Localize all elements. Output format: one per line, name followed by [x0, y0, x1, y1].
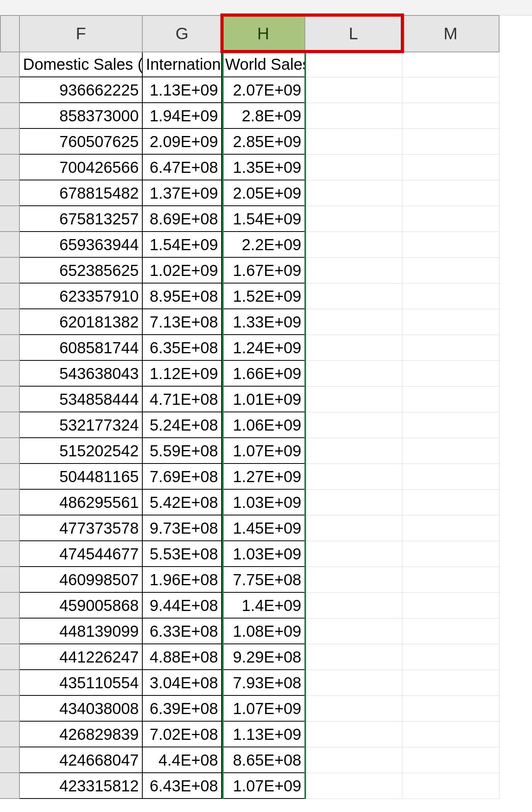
- cell-F[interactable]: 534858444: [20, 387, 143, 412]
- cell-G[interactable]: 9.73E+08: [143, 515, 222, 541]
- row-header[interactable]: [0, 258, 20, 283]
- cell-F[interactable]: 543638043: [20, 361, 143, 387]
- spreadsheet-viewport[interactable]: FGHLM Domestic Sales (in $)International…: [0, 0, 532, 812]
- cell-M[interactable]: [402, 670, 499, 696]
- cell-G[interactable]: 8.69E+08: [143, 206, 222, 232]
- cell-F[interactable]: 459005868: [20, 593, 143, 619]
- cell-L[interactable]: [305, 593, 402, 619]
- cell-L[interactable]: [305, 541, 402, 567]
- cell-M[interactable]: [402, 206, 499, 232]
- cell-F[interactable]: 936662225: [20, 77, 143, 103]
- row-header[interactable]: [0, 541, 20, 567]
- cell-H[interactable]: 7.93E+08: [222, 670, 305, 696]
- cell-M[interactable]: [402, 77, 499, 103]
- cell-F[interactable]: 675813257: [20, 206, 143, 232]
- cell-F[interactable]: 678815482: [20, 180, 143, 206]
- row-header[interactable]: [0, 387, 20, 412]
- cell-L[interactable]: [305, 490, 402, 515]
- row-header[interactable]: [0, 747, 20, 773]
- cell-H[interactable]: 1.07E+09: [222, 773, 305, 799]
- cell-H[interactable]: 1.03E+09: [222, 541, 305, 567]
- row-header[interactable]: [0, 309, 20, 335]
- cell-G[interactable]: 1.54E+09: [143, 232, 222, 258]
- cell-F[interactable]: Domestic Sales (in $): [20, 52, 143, 77]
- row-header[interactable]: [0, 412, 20, 438]
- row-header[interactable]: [0, 773, 20, 799]
- cell-F[interactable]: 441226247: [20, 644, 143, 670]
- cell-M[interactable]: [402, 773, 499, 799]
- cell-L[interactable]: [305, 206, 402, 232]
- cell-H[interactable]: 1.54E+09: [222, 206, 305, 232]
- cell-M[interactable]: [402, 464, 499, 490]
- row-header[interactable]: [0, 206, 20, 232]
- cell-F[interactable]: 620181382: [20, 309, 143, 335]
- cell-L[interactable]: [305, 52, 402, 77]
- cell-M[interactable]: [402, 593, 499, 619]
- cell-M[interactable]: [402, 722, 499, 747]
- cell-L[interactable]: [305, 180, 402, 206]
- cell-L[interactable]: [305, 103, 402, 129]
- select-all-corner[interactable]: [0, 16, 20, 52]
- cell-F[interactable]: 760507625: [20, 129, 143, 155]
- cell-M[interactable]: [402, 644, 499, 670]
- cell-F[interactable]: 659363944: [20, 232, 143, 258]
- cell-G[interactable]: 8.95E+08: [143, 283, 222, 309]
- cell-H[interactable]: 1.52E+09: [222, 283, 305, 309]
- cell-L[interactable]: [305, 567, 402, 593]
- cell-M[interactable]: [402, 361, 499, 387]
- cell-G[interactable]: 5.53E+08: [143, 541, 222, 567]
- row-header[interactable]: [0, 180, 20, 206]
- cell-G[interactable]: 4.71E+08: [143, 387, 222, 412]
- cell-L[interactable]: [305, 309, 402, 335]
- cell-L[interactable]: [305, 387, 402, 412]
- cell-H[interactable]: 1.33E+09: [222, 309, 305, 335]
- row-header[interactable]: [0, 670, 20, 696]
- row-header[interactable]: [0, 644, 20, 670]
- row-header[interactable]: [0, 232, 20, 258]
- cell-L[interactable]: [305, 722, 402, 747]
- cell-G[interactable]: 1.13E+09: [143, 77, 222, 103]
- cell-F[interactable]: 700426566: [20, 155, 143, 180]
- cell-M[interactable]: [402, 747, 499, 773]
- cell-H[interactable]: 1.08E+09: [222, 619, 305, 644]
- cell-G[interactable]: 6.33E+08: [143, 619, 222, 644]
- cell-H[interactable]: 1.07E+09: [222, 696, 305, 722]
- cell-G[interactable]: 6.43E+08: [143, 773, 222, 799]
- cell-M[interactable]: [402, 129, 499, 155]
- cell-F[interactable]: 608581744: [20, 335, 143, 361]
- cell-F[interactable]: 434038008: [20, 696, 143, 722]
- cell-H[interactable]: 2.8E+09: [222, 103, 305, 129]
- cell-G[interactable]: 7.13E+08: [143, 309, 222, 335]
- cell-H[interactable]: 8.65E+08: [222, 747, 305, 773]
- cell-L[interactable]: [305, 283, 402, 309]
- cell-H[interactable]: 1.24E+09: [222, 335, 305, 361]
- cell-G[interactable]: 7.02E+08: [143, 722, 222, 747]
- cell-H[interactable]: 7.75E+08: [222, 567, 305, 593]
- cell-G[interactable]: 4.4E+08: [143, 747, 222, 773]
- row-header[interactable]: [0, 593, 20, 619]
- cell-L[interactable]: [305, 644, 402, 670]
- cell-M[interactable]: [402, 387, 499, 412]
- cell-M[interactable]: [402, 155, 499, 180]
- row-header[interactable]: [0, 129, 20, 155]
- cell-L[interactable]: [305, 361, 402, 387]
- cell-H[interactable]: 2.05E+09: [222, 180, 305, 206]
- cell-L[interactable]: [305, 412, 402, 438]
- row-header[interactable]: [0, 52, 20, 77]
- cell-M[interactable]: [402, 52, 499, 77]
- cell-H[interactable]: 1.45E+09: [222, 515, 305, 541]
- cell-H[interactable]: 1.66E+09: [222, 361, 305, 387]
- cell-M[interactable]: [402, 412, 499, 438]
- row-header[interactable]: [0, 696, 20, 722]
- cell-H[interactable]: 1.27E+09: [222, 464, 305, 490]
- cell-G[interactable]: 6.35E+08: [143, 335, 222, 361]
- cell-G[interactable]: 4.88E+08: [143, 644, 222, 670]
- cell-F[interactable]: 460998507: [20, 567, 143, 593]
- cell-G[interactable]: 1.02E+09: [143, 258, 222, 283]
- cell-H[interactable]: 1.06E+09: [222, 412, 305, 438]
- cell-H[interactable]: 1.07E+09: [222, 438, 305, 464]
- cell-G[interactable]: 5.24E+08: [143, 412, 222, 438]
- cell-G[interactable]: International Sales (in $): [143, 52, 222, 77]
- cell-L[interactable]: [305, 747, 402, 773]
- cell-L[interactable]: [305, 670, 402, 696]
